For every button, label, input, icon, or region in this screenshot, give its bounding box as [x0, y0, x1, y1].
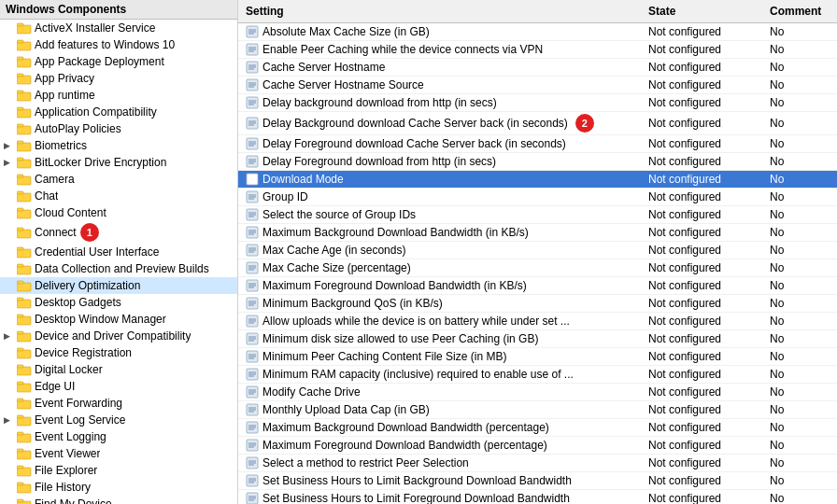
table-row[interactable]: Cache Server HostnameNot configuredNo [238, 59, 837, 77]
table-row[interactable]: Maximum Background Download Bandwidth (p… [238, 419, 837, 437]
tree-item[interactable]: ▶ Biometrics [0, 137, 237, 154]
table-row[interactable]: Allow uploads while the device is on bat… [238, 313, 837, 330]
table-body[interactable]: Absolute Max Cache Size (in GB)Not confi… [238, 23, 837, 504]
tree-item-label: BitLocker Drive Encryption [35, 156, 166, 169]
table-row[interactable]: Monthly Upload Data Cap (in GB)Not confi… [238, 401, 837, 419]
folder-icon [17, 38, 32, 51]
tree-item[interactable]: App Package Deployment [0, 53, 237, 70]
left-panel[interactable]: Windows Components ActiveX Installer Ser… [0, 0, 238, 504]
tree-item-label: Device Registration [35, 346, 132, 359]
table-row[interactable]: Group IDNot configuredNo [238, 189, 837, 206]
table-row[interactable]: Cache Server Hostname SourceNot configur… [238, 77, 837, 94]
tree-item[interactable]: App runtime [0, 87, 237, 104]
tree-item[interactable]: Add features to Windows 10 [0, 36, 237, 53]
tree-item[interactable]: Event Forwarding [0, 395, 237, 412]
table-row[interactable]: Download ModeNot configuredNo [238, 171, 837, 189]
table-row[interactable]: Select a method to restrict Peer Selecti… [238, 455, 837, 472]
tree-item-label: Connect [35, 226, 77, 239]
table-row[interactable]: Max Cache Size (percentage)Not configure… [238, 259, 837, 277]
tree-item[interactable]: AutoPlay Policies [0, 120, 237, 137]
tree-item[interactable]: ActiveX Installer Service [0, 20, 237, 36]
table-row[interactable]: Modify Cache DriveNot configuredNo [238, 384, 837, 401]
table-row[interactable]: Set Business Hours to Limit Foreground D… [238, 490, 837, 504]
tree-item[interactable]: Cloud Content [0, 204, 237, 221]
state-cell: Not configured [641, 277, 762, 294]
setting-cell: Set Business Hours to Limit Foreground D… [238, 490, 641, 504]
tree-item[interactable]: Data Collection and Preview Builds [0, 260, 237, 277]
tree-item[interactable]: App Privacy [0, 70, 237, 87]
tree-item[interactable]: Connect1 [0, 221, 237, 244]
setting-icon [246, 78, 259, 91]
table-row[interactable]: Minimum Background QoS (in KB/s)Not conf… [238, 295, 837, 313]
tree-item[interactable]: Event Logging [0, 428, 237, 445]
folder-icon [17, 363, 32, 376]
folder-icon [17, 226, 32, 239]
tree-item[interactable]: ▶ Device and Driver Compatibility [0, 328, 237, 344]
state-cell: Not configured [641, 490, 762, 504]
setting-cell: Set Business Hours to Limit Background D… [238, 472, 641, 489]
tree-item[interactable]: Credential User Interface [0, 244, 237, 260]
tree-item-label: Event Forwarding [35, 397, 122, 410]
tree-item[interactable]: Digital Locker [0, 361, 237, 378]
tree-expander: ▶ [4, 415, 17, 425]
setting-cell: Download Mode [238, 171, 641, 188]
tree-item[interactable]: ▶ Event Log Service [0, 412, 237, 428]
table-row[interactable]: Delay Background download Cache Server b… [238, 112, 837, 135]
table-row[interactable]: Minimum RAM capacity (inclusive) require… [238, 366, 837, 384]
table-row[interactable]: Maximum Background Download Bandwidth (i… [238, 224, 837, 242]
state-cell: Not configured [641, 313, 762, 329]
tree-item[interactable]: Delivery Optimization [0, 277, 237, 294]
table-row[interactable]: Set Business Hours to Limit Background D… [238, 472, 837, 490]
tree-item[interactable]: Find My Device [0, 496, 237, 504]
tree-item[interactable]: Application Compatibility [0, 104, 237, 120]
tree-item[interactable]: Device Registration [0, 344, 237, 361]
tree-item[interactable]: Camera [0, 171, 237, 188]
table-row[interactable]: Max Cache Age (in seconds)Not configured… [238, 242, 837, 259]
tree-item-label: Chat [35, 189, 58, 203]
tree-item[interactable]: Desktop Gadgets [0, 294, 237, 311]
setting-cell: Maximum Background Download Bandwidth (i… [238, 224, 641, 241]
tree-item[interactable]: Chat [0, 188, 237, 204]
setting-text: Minimum RAM capacity (inclusive) require… [262, 368, 574, 381]
col-setting: Setting [238, 3, 641, 20]
folder-icon [17, 245, 32, 259]
setting-icon [246, 117, 259, 130]
tree-item[interactable]: Desktop Window Manager [0, 311, 237, 328]
table-row[interactable]: Minimum disk size allowed to use Peer Ca… [238, 330, 837, 348]
setting-icon [246, 456, 259, 469]
table-row[interactable]: Maximum Foreground Download Bandwidth (p… [238, 437, 837, 455]
setting-icon [246, 261, 259, 274]
setting-text: Max Cache Age (in seconds) [262, 244, 405, 257]
svg-rect-33 [17, 298, 23, 301]
svg-rect-38 [17, 350, 31, 358]
comment-cell: No [762, 472, 837, 489]
tree-item[interactable]: File History [0, 479, 237, 496]
tree-item-label: Cloud Content [35, 206, 106, 219]
tree-item[interactable]: ▶ BitLocker Drive Encryption [0, 154, 237, 171]
table-row[interactable]: Absolute Max Cache Size (in GB)Not confi… [238, 23, 837, 41]
table-row[interactable]: Minimum Peer Caching Content File Size (… [238, 348, 837, 366]
setting-icon [246, 155, 259, 168]
svg-rect-1 [17, 23, 23, 26]
setting-text: Monthly Upload Data Cap (in GB) [262, 403, 430, 416]
tree-item[interactable]: Edge UI [0, 378, 237, 395]
tree-item[interactable]: Event Viewer [0, 445, 237, 462]
setting-text: Absolute Max Cache Size (in GB) [262, 25, 430, 38]
setting-cell: Maximum Background Download Bandwidth (p… [238, 419, 641, 436]
table-row[interactable]: Delay Foreground download from http (in … [238, 153, 837, 171]
folder-icon [17, 105, 32, 119]
folder-icon [17, 89, 32, 102]
tree-item-label: Device and Driver Compatibility [35, 329, 191, 343]
setting-cell: Delay Foreground download Cache Server b… [238, 135, 641, 152]
svg-rect-57 [17, 499, 23, 502]
table-row[interactable]: Select the source of Group IDsNot config… [238, 206, 837, 224]
setting-icon [246, 350, 259, 363]
svg-rect-51 [17, 449, 23, 452]
tree-item[interactable]: File Explorer [0, 462, 237, 479]
table-row[interactable]: Maximum Foreground Download Bandwidth (i… [238, 277, 837, 295]
table-row[interactable]: Enable Peer Caching while the device con… [238, 41, 837, 59]
state-cell: Not configured [641, 41, 762, 58]
svg-rect-6 [17, 76, 31, 84]
table-row[interactable]: Delay Foreground download Cache Server b… [238, 135, 837, 153]
table-row[interactable]: Delay background download from http (in … [238, 94, 837, 112]
